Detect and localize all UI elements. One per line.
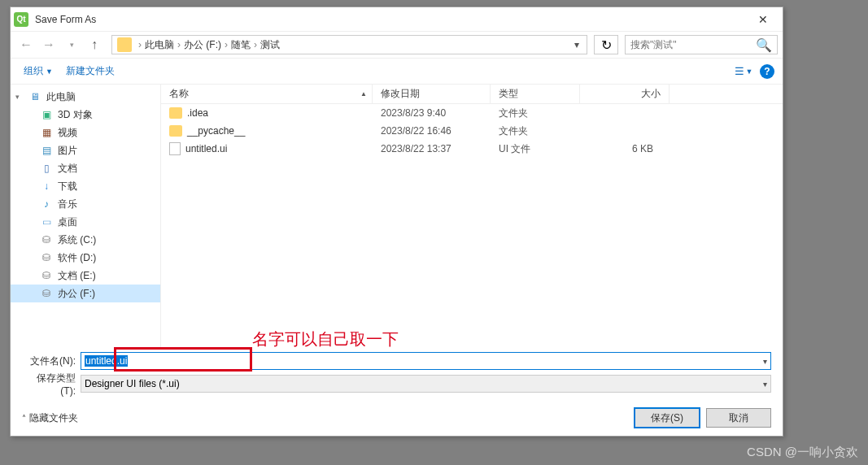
filetype-select[interactable]: Designer UI files (*.ui) ▾ (81, 375, 771, 393)
new-folder-button[interactable]: 新建文件夹 (61, 61, 120, 81)
recent-button[interactable]: ▾ (61, 34, 82, 55)
qt-icon: Qt (14, 12, 28, 27)
save-dialog: Qt Save Form As ✕ ← → ▾ ↑ › 此电脑 › 办公 (F:… (10, 7, 783, 437)
tree-item-label: 文档 (58, 162, 77, 176)
hide-folders-button[interactable]: ˄隐藏文件夹 (22, 411, 78, 425)
expander-icon[interactable]: ▾ (15, 93, 24, 101)
tree-item-label: 视频 (58, 126, 77, 140)
tree-item[interactable]: ⛁软件 (D:) (11, 249, 160, 267)
pc-icon: 🖥 (28, 90, 41, 103)
chevron-right-icon: › (138, 39, 142, 50)
drive-icon: ⛁ (40, 287, 53, 300)
folder-icon (169, 125, 182, 137)
chevron-right-icon: › (177, 39, 181, 50)
file-name: __pycache__ (187, 125, 245, 137)
file-type: 文件夹 (491, 124, 580, 138)
tree-item[interactable]: ▦视频 (11, 124, 160, 141)
tree-item[interactable]: ♪音乐 (11, 195, 160, 213)
tree-item[interactable]: ▭桌面 (11, 213, 160, 231)
organize-button[interactable]: 组织▼ (19, 61, 58, 81)
breadcrumb[interactable]: › 此电脑 › 办公 (F:) › 随笔 › 测试 ▾ (111, 35, 587, 54)
close-button[interactable]: ✕ (747, 8, 779, 31)
breadcrumb-dropdown[interactable]: ▾ (569, 39, 585, 50)
back-button[interactable]: ← (15, 34, 37, 55)
caret-down-icon: ▼ (46, 67, 53, 76)
chevron-right-icon: › (254, 39, 257, 50)
desk-icon: ▭ (40, 215, 53, 228)
dialog-footer: ˄隐藏文件夹 保存(S) 取消 (11, 400, 783, 436)
column-name[interactable]: 名称▲ (161, 85, 373, 103)
breadcrumb-segment[interactable]: 办公 (F:) (184, 38, 221, 52)
column-type[interactable]: 类型 (491, 85, 580, 103)
tree-item-label: 软件 (D:) (58, 251, 96, 265)
tree-item-label: 办公 (F:) (58, 287, 95, 301)
breadcrumb-segment[interactable]: 测试 (260, 38, 280, 52)
tree-item[interactable]: ⛁系统 (C:) (11, 231, 160, 249)
chevron-down-icon: ˄ (22, 414, 26, 423)
tree-item[interactable]: ▯文档 (11, 159, 160, 177)
column-size[interactable]: 大小 (580, 85, 670, 103)
doc-icon: ▯ (40, 162, 53, 175)
up-button[interactable]: ↑ (84, 34, 105, 55)
watermark: CSDN @一响小贪欢 (747, 445, 858, 460)
down-icon: ↓ (40, 180, 53, 193)
filename-input[interactable]: untitled.ui ▾ (81, 352, 771, 370)
form-area: 文件名(N): untitled.ui ▾ 保存类型(T): Designer … (11, 350, 783, 400)
tree-item-label: 系统 (C:) (58, 233, 96, 247)
window-title: Save Form As (35, 14, 747, 25)
file-type: 文件夹 (491, 106, 580, 120)
file-row[interactable]: __pycache__2023/8/22 16:46文件夹 (161, 122, 783, 140)
titlebar: Qt Save Form As ✕ (11, 7, 783, 32)
file-icon (169, 142, 181, 155)
tree-item[interactable]: ↓下载 (11, 177, 160, 195)
tree-item-label: 下载 (58, 180, 77, 193)
search-box[interactable]: 🔍 (625, 35, 778, 54)
column-date[interactable]: 修改日期 (373, 85, 491, 103)
cancel-button[interactable]: 取消 (706, 408, 771, 428)
breadcrumb-segment[interactable]: 此电脑 (145, 38, 174, 52)
tree-item[interactable]: ▾🖥此电脑 (11, 88, 160, 106)
file-type: UI 文件 (491, 142, 580, 156)
tree-item-label: 音乐 (58, 198, 77, 211)
tree-item[interactable]: ▣3D 对象 (11, 106, 160, 124)
file-row[interactable]: .idea2023/8/23 9:40文件夹 (161, 104, 783, 122)
tree-item[interactable]: ⛁文档 (E:) (11, 267, 160, 285)
forward-button[interactable]: → (38, 34, 59, 55)
file-date: 2023/8/22 13:37 (373, 143, 491, 154)
tree-item[interactable]: ▤图片 (11, 141, 160, 159)
filetype-value: Designer UI files (*.ui) (85, 378, 180, 389)
drive-icon: ⛁ (40, 269, 53, 282)
filename-label: 文件名(N): (22, 354, 76, 368)
3d-icon: ▣ (40, 108, 53, 121)
file-size: 6 KB (580, 143, 670, 154)
chevron-right-icon: › (225, 39, 228, 50)
column-headers[interactable]: 名称▲ 修改日期 类型 大小 (161, 85, 783, 104)
pic-icon: ▤ (40, 144, 53, 157)
file-name: .idea (187, 107, 208, 119)
nav-bar: ← → ▾ ↑ › 此电脑 › 办公 (F:) › 随笔 › 测试 ▾ ↻ 🔍 (11, 32, 783, 59)
filename-value[interactable]: untitled.ui (85, 355, 128, 367)
view-options-button[interactable]: ☰▼ (731, 62, 757, 81)
search-input[interactable] (630, 39, 756, 50)
drive-icon: ⛁ (40, 251, 53, 264)
tree-item-label: 文档 (E:) (58, 269, 96, 283)
file-name: untitled.ui (185, 143, 227, 154)
tree-item-label: 此电脑 (46, 90, 76, 104)
filename-dropdown[interactable]: ▾ (763, 357, 767, 366)
file-rows[interactable]: .idea2023/8/23 9:40文件夹__pycache__2023/8/… (161, 104, 783, 350)
folder-icon (117, 37, 132, 52)
tree-item-label: 图片 (58, 144, 77, 158)
nav-tree[interactable]: ▾🖥此电脑▣3D 对象▦视频▤图片▯文档↓下载♪音乐▭桌面⛁系统 (C:)⛁软件… (11, 85, 161, 350)
file-date: 2023/8/22 16:46 (373, 125, 491, 137)
refresh-button[interactable]: ↻ (594, 35, 618, 54)
breadcrumb-segment[interactable]: 随笔 (231, 38, 251, 52)
file-row[interactable]: untitled.ui2023/8/22 13:37UI 文件6 KB (161, 140, 783, 158)
drive-icon: ⛁ (40, 233, 53, 246)
folder-icon (169, 107, 182, 119)
save-button[interactable]: 保存(S) (635, 408, 700, 428)
tree-item[interactable]: ⛁办公 (F:) (11, 285, 160, 302)
help-button[interactable]: ? (760, 64, 774, 79)
filetype-dropdown[interactable]: ▾ (763, 380, 767, 389)
search-icon[interactable]: 🔍 (756, 37, 772, 53)
video-icon: ▦ (40, 126, 53, 139)
